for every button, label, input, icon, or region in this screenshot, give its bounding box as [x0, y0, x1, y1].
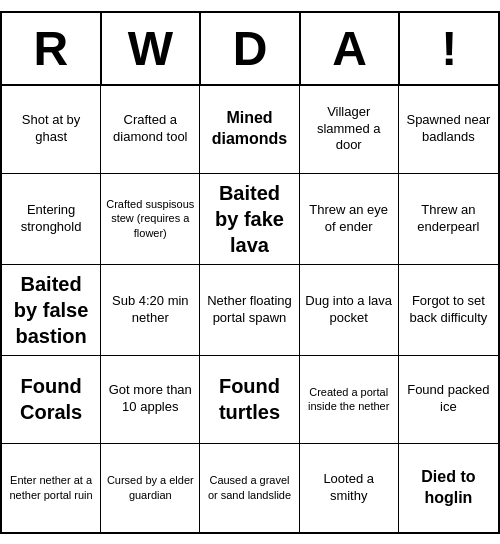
bingo-cell-0: Shot at by ghast: [2, 86, 101, 174]
bingo-cell-9: Threw an enderpearl: [399, 174, 498, 265]
header-letter-D: D: [201, 13, 301, 84]
cell-text-22: Caused a gravel or sand landslide: [205, 473, 293, 502]
bingo-header: RWDA!: [2, 13, 498, 86]
cell-text-5: Entering stronghold: [7, 202, 95, 236]
bingo-cell-21: Cursed by a elder guardian: [101, 444, 200, 532]
bingo-cell-24: Died to hoglin: [399, 444, 498, 532]
bingo-cell-22: Caused a gravel or sand landslide: [200, 444, 299, 532]
cell-text-18: Created a portal inside the nether: [305, 385, 393, 414]
cell-text-8: Threw an eye of ender: [305, 202, 393, 236]
bingo-cell-2: Mined diamonds: [200, 86, 299, 174]
bingo-cell-10: Baited by false bastion: [2, 265, 101, 356]
bingo-cell-20: Enter nether at a nether portal ruin: [2, 444, 101, 532]
header-letter-A: A: [301, 13, 401, 84]
cell-text-9: Threw an enderpearl: [404, 202, 493, 236]
cell-text-20: Enter nether at a nether portal ruin: [7, 473, 95, 502]
header-letter-!: !: [400, 13, 498, 84]
cell-text-17: Found turtles: [205, 373, 293, 425]
bingo-card: RWDA! Shot at by ghastCrafted a diamond …: [0, 11, 500, 534]
cell-text-7: Baited by fake lava: [205, 180, 293, 258]
cell-text-19: Found packed ice: [404, 382, 493, 416]
bingo-grid: Shot at by ghastCrafted a diamond toolMi…: [2, 86, 498, 532]
bingo-cell-4: Spawned near badlands: [399, 86, 498, 174]
cell-text-24: Died to hoglin: [404, 467, 493, 509]
cell-text-6: Crafted suspisous stew (requires a flowe…: [106, 197, 194, 240]
bingo-cell-19: Found packed ice: [399, 356, 498, 444]
cell-text-2: Mined diamonds: [205, 108, 293, 150]
cell-text-15: Found Corals: [7, 373, 95, 425]
bingo-cell-15: Found Corals: [2, 356, 101, 444]
cell-text-10: Baited by false bastion: [7, 271, 95, 349]
bingo-cell-1: Crafted a diamond tool: [101, 86, 200, 174]
cell-text-14: Forgot to set back difficulty: [404, 293, 493, 327]
bingo-cell-6: Crafted suspisous stew (requires a flowe…: [101, 174, 200, 265]
bingo-cell-3: Villager slammed a door: [300, 86, 399, 174]
cell-text-13: Dug into a lava pocket: [305, 293, 393, 327]
bingo-cell-23: Looted a smithy: [300, 444, 399, 532]
header-letter-R: R: [2, 13, 102, 84]
bingo-cell-17: Found turtles: [200, 356, 299, 444]
bingo-cell-13: Dug into a lava pocket: [300, 265, 399, 356]
bingo-cell-11: Sub 4:20 min nether: [101, 265, 200, 356]
bingo-cell-8: Threw an eye of ender: [300, 174, 399, 265]
cell-text-21: Cursed by a elder guardian: [106, 473, 194, 502]
bingo-cell-18: Created a portal inside the nether: [300, 356, 399, 444]
cell-text-1: Crafted a diamond tool: [106, 112, 194, 146]
bingo-cell-12: Nether floating portal spawn: [200, 265, 299, 356]
bingo-cell-7: Baited by fake lava: [200, 174, 299, 265]
cell-text-4: Spawned near badlands: [404, 112, 493, 146]
cell-text-3: Villager slammed a door: [305, 104, 393, 155]
cell-text-0: Shot at by ghast: [7, 112, 95, 146]
cell-text-12: Nether floating portal spawn: [205, 293, 293, 327]
cell-text-11: Sub 4:20 min nether: [106, 293, 194, 327]
cell-text-23: Looted a smithy: [305, 471, 393, 505]
bingo-cell-14: Forgot to set back difficulty: [399, 265, 498, 356]
bingo-cell-16: Got more than 10 apples: [101, 356, 200, 444]
header-letter-W: W: [102, 13, 202, 84]
cell-text-16: Got more than 10 apples: [106, 382, 194, 416]
bingo-cell-5: Entering stronghold: [2, 174, 101, 265]
